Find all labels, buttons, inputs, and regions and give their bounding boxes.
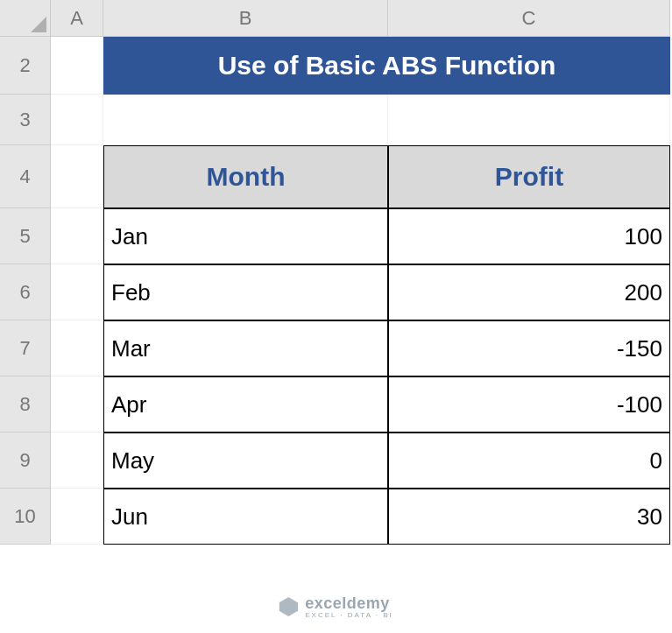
row-header-7[interactable]: 7 [0,320,51,376]
watermark-text: exceldemy EXCEL · DATA · BI [305,594,393,619]
col-header-b[interactable]: B [103,0,388,37]
cell-profit-5[interactable]: 30 [388,489,670,545]
row-header-9[interactable]: 9 [0,433,51,489]
spreadsheet-grid: A B C 2 Use of Basic ABS Function 3 4 Mo… [0,0,670,545]
cell-month-2[interactable]: Mar [103,320,388,376]
watermark-brand: exceldemy [305,594,390,612]
cell-a5[interactable] [51,208,103,264]
row-header-3[interactable]: 3 [0,95,51,145]
cell-a8[interactable] [51,376,103,433]
cell-month-4[interactable]: May [103,433,388,489]
row-header-2[interactable]: 2 [0,37,51,95]
cell-profit-1[interactable]: 200 [388,264,670,320]
cell-month-1[interactable]: Feb [103,264,388,320]
cell-a6[interactable] [51,264,103,320]
header-month[interactable]: Month [103,145,388,208]
cell-a7[interactable] [51,320,103,376]
cell-month-0[interactable]: Jan [103,208,388,264]
row-header-4[interactable]: 4 [0,145,51,208]
cell-profit-0[interactable]: 100 [388,208,670,264]
logo-icon [279,597,298,616]
watermark-tag: EXCEL · DATA · BI [305,611,393,619]
cell-a3[interactable] [51,95,103,145]
cell-month-5[interactable]: Jun [103,489,388,545]
cell-a2[interactable] [51,37,103,95]
title-cell[interactable]: Use of Basic ABS Function [103,37,670,95]
row-header-8[interactable]: 8 [0,376,51,433]
cell-a4[interactable] [51,145,103,208]
row-header-10[interactable]: 10 [0,489,51,545]
cell-c3[interactable] [388,95,670,145]
row-header-5[interactable]: 5 [0,208,51,264]
cell-profit-3[interactable]: -100 [388,376,670,433]
col-header-a[interactable]: A [51,0,103,37]
col-header-c[interactable]: C [388,0,670,37]
cell-profit-2[interactable]: -150 [388,320,670,376]
cell-month-3[interactable]: Apr [103,376,388,433]
header-profit[interactable]: Profit [388,145,670,208]
cell-b3[interactable] [103,95,388,145]
cell-a10[interactable] [51,489,103,545]
cell-profit-4[interactable]: 0 [388,433,670,489]
watermark: exceldemy EXCEL · DATA · BI [279,594,393,619]
row-header-6[interactable]: 6 [0,264,51,320]
select-all-corner[interactable] [0,0,51,37]
cell-a9[interactable] [51,433,103,489]
